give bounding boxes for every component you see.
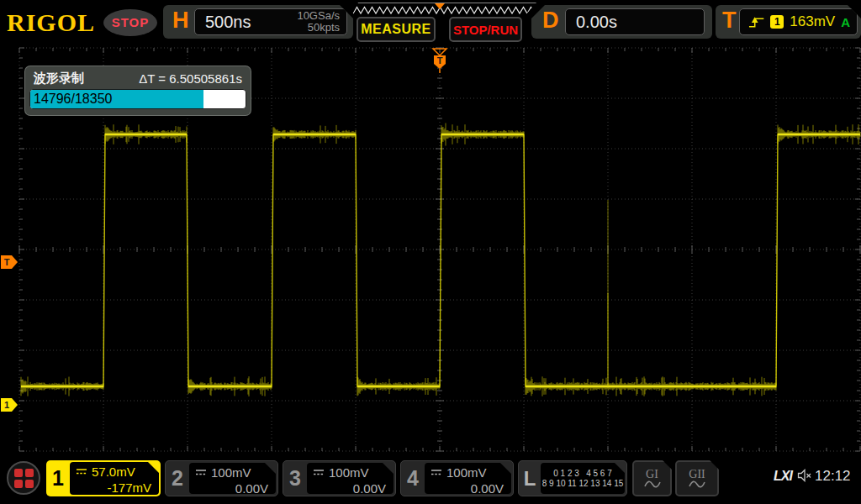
acquisition-status-badge: STOP [103,9,157,36]
dc-coupling-icon [313,469,325,476]
rising-edge-trigger-icon [748,15,764,29]
delay-label: D [542,8,559,34]
source-2-label: GII [689,469,705,480]
trigger-settings-box[interactable]: T 1 163mV A [716,5,861,39]
horizontal-values: 500ns 10GSa/s 50kpts [194,8,347,35]
logic-channels-box[interactable]: L 0 1 2 3 4 5 6 7 8 9 10 11 12 13 14 15 [518,460,627,496]
channel-3-number: 3 [283,461,307,496]
trigger-level-marker[interactable]: T [1,255,18,269]
window-position-marker-icon [435,3,445,9]
source-1-button[interactable]: GI [632,460,672,496]
horizontal-label: H [172,8,189,34]
stop-run-button[interactable]: STOP/RUN [449,17,522,42]
trigger-values: 1 163mV A [739,8,858,35]
channel-1-offset: -177mV [76,480,151,496]
menu-grid-icon [14,469,34,488]
channel-1-scale: 57.0mV [92,464,135,480]
svg-text:1: 1 [4,400,9,410]
sine-wave-icon [644,480,661,488]
source-2-button[interactable]: GII [675,460,719,496]
speaker-muted-icon [797,469,812,482]
logic-row-1: 0 1 2 3 4 5 6 7 [541,469,625,478]
channel-2-box[interactable]: 2 100mV 0.00V [165,460,278,496]
logic-channel-list: 0 1 2 3 4 5 6 7 8 9 10 11 12 13 14 15 [541,463,625,494]
horizontal-settings-box[interactable]: H 500ns 10GSa/s 50kpts [163,5,353,39]
sine-wave-icon [689,480,705,488]
channel-2-number: 2 [166,461,189,496]
record-title: 波形录制 [34,71,84,87]
logic-label: L [519,461,541,496]
channel-3-box[interactable]: 3 100mV 0.00V [283,460,396,496]
trigger-sweep-mode: A [841,15,850,29]
channel-3-scale: 100mV [329,465,369,480]
channel-4-box[interactable]: 4 100mV 0.00V [400,460,514,496]
channel-3-offset: 0.00V [313,480,386,496]
trigger-source-badge: 1 [770,15,784,29]
trigger-label: T [722,8,737,34]
timebase-value: 500ns [205,9,251,34]
source-1-label: GI [646,469,658,480]
channel-4-scale: 100mV [446,465,487,480]
trigger-level-value: 163mV [790,13,835,30]
acquisition-info: 10GSa/s 50kpts [297,10,340,34]
svg-text:T: T [437,55,443,66]
memory-depth: 50kpts [308,21,340,34]
channel-4-number: 4 [401,461,425,496]
delay-values: 0.00s [565,8,705,35]
brand-logo: RIGOL [7,8,95,37]
delay-settings-box[interactable]: D 0.00s [531,5,712,39]
channel-1-ground-marker[interactable]: 1 [1,398,18,412]
oscilloscope-screen: TT1 RIGOL STOP H 500ns 10GSa/s 50kpts ME… [0,0,861,504]
dc-coupling-icon [195,469,207,476]
channel-2-values: 100mV 0.00V [189,463,276,494]
clock: 12:12 [815,468,851,485]
logic-row-2: 8 9 10 11 12 13 14 15 [541,479,625,488]
lxi-logo: LXI [774,469,792,484]
record-progress-bar: 14796/18350 [29,89,246,109]
channel-4-offset: 0.00V [430,480,504,496]
menu-button[interactable] [7,461,40,495]
dc-coupling-icon [76,468,87,475]
channel-3-values: 100mV 0.00V [307,463,394,494]
delay-value: 0.00s [576,9,617,34]
channel-1-values: 57.0mV -177mV [70,462,159,495]
channel-4-values: 100mV 0.00V [425,463,511,494]
waveform-record-popup: 波形录制 ΔT = 6.50505861s 14796/18350 [25,66,251,115]
channel-2-scale: 100mV [211,465,251,480]
svg-text:T: T [4,257,10,267]
sample-rate: 10GSa/s [297,9,340,22]
record-delta-t: ΔT = 6.50505861s [139,71,242,86]
dc-coupling-icon [430,469,442,476]
record-progress-text: 14796/18350 [34,90,112,108]
channel-1-number: 1 [46,460,70,496]
channel-1-box[interactable]: 1 57.0mV -177mV [46,460,161,496]
measure-button[interactable]: MEASURE [357,17,436,42]
channel-2-offset: 0.00V [195,480,268,496]
